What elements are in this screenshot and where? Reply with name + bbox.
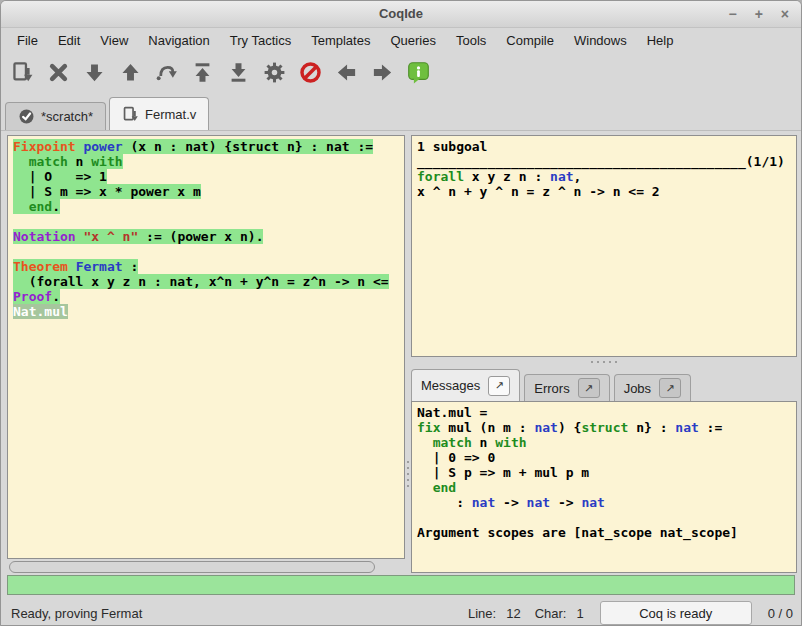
code-line: Argument scopes are [nat_scope nat_scope… bbox=[417, 525, 796, 540]
interrupt-icon[interactable] bbox=[299, 61, 322, 84]
menu-queries[interactable]: Queries bbox=[380, 30, 446, 51]
detach-panel-button[interactable]: ↗ bbox=[659, 378, 681, 398]
menu-compile[interactable]: Compile bbox=[496, 30, 564, 51]
code-line: x ^ n + y ^ n = z ^ n -> n <= 2 bbox=[417, 184, 796, 199]
forward-one-icon[interactable] bbox=[83, 61, 106, 84]
code-line: end. bbox=[13, 199, 404, 214]
tab-jobs[interactable]: Jobs↗ bbox=[614, 374, 691, 401]
code-line: 1 subgoal bbox=[417, 139, 796, 154]
close-button[interactable]: × bbox=[781, 7, 789, 21]
menu-file[interactable]: File bbox=[7, 30, 48, 51]
code-line: fix mul (n m : nat) {struct n} : nat := bbox=[417, 420, 796, 435]
document-tab-bar: *scratch*Fermat.v bbox=[1, 92, 801, 131]
code-line: | O => 1 bbox=[13, 169, 404, 184]
toolbar bbox=[1, 52, 801, 92]
tab-label: Fermat.v bbox=[145, 107, 196, 122]
tab-fermat-v[interactable]: Fermat.v bbox=[109, 97, 209, 130]
message-tab-bar: Messages↗Errors↗Jobs↗ bbox=[411, 367, 797, 401]
go-to-end-icon[interactable] bbox=[227, 61, 250, 84]
save-icon[interactable] bbox=[11, 61, 34, 84]
menu-view[interactable]: View bbox=[90, 30, 138, 51]
about-icon[interactable] bbox=[407, 61, 430, 84]
window-title: CoqIde bbox=[1, 1, 801, 27]
menu-bar: FileEditViewNavigationTry TacticsTemplat… bbox=[1, 28, 801, 52]
main-area: Fixpoint power (x n : nat) {struct n} : … bbox=[1, 131, 801, 626]
messages-panel[interactable]: Nat.mul =fix mul (n m : nat) {struct n} … bbox=[411, 401, 797, 573]
goals-panel[interactable]: 1 subgoal_______________________________… bbox=[411, 135, 797, 357]
gear-icon[interactable] bbox=[263, 61, 286, 84]
scrollbar-thumb[interactable] bbox=[9, 561, 375, 573]
title-bar[interactable]: CoqIde − + × bbox=[1, 1, 801, 28]
jobs-counter: 0 / 0 bbox=[768, 606, 793, 621]
tab-label: *scratch* bbox=[41, 109, 93, 124]
code-line: forall x y z n : nat, bbox=[417, 169, 796, 184]
tab-label: Messages bbox=[421, 378, 480, 393]
code-line bbox=[417, 510, 796, 525]
check-circle-icon bbox=[18, 108, 35, 125]
code-line: match n with bbox=[13, 154, 404, 169]
restart-icon[interactable] bbox=[191, 61, 214, 84]
code-line: (forall x y z n : nat, x^n + y^n = z^n -… bbox=[13, 274, 404, 289]
progress-bar bbox=[7, 575, 795, 595]
forward-icon[interactable] bbox=[371, 61, 394, 84]
tab-label: Errors bbox=[534, 381, 569, 396]
go-to-cursor-icon[interactable] bbox=[155, 61, 178, 84]
code-line: Nat.mul bbox=[13, 304, 404, 319]
status-bar: Ready, proving Fermat Line: 12 Char: 1 C… bbox=[1, 599, 802, 626]
minimize-button[interactable]: − bbox=[728, 7, 736, 21]
char-label: Char: bbox=[535, 606, 567, 621]
code-line: : nat -> nat -> nat bbox=[417, 495, 796, 510]
line-label: Line: bbox=[468, 606, 496, 621]
code-line bbox=[13, 214, 404, 229]
code-line: | S p => m + mul p m bbox=[417, 465, 796, 480]
code-line: | S m => x * power x m bbox=[13, 184, 404, 199]
menu-edit[interactable]: Edit bbox=[48, 30, 90, 51]
menu-try-tactics[interactable]: Try Tactics bbox=[220, 30, 301, 51]
menu-help[interactable]: Help bbox=[637, 30, 684, 51]
maximize-button[interactable]: + bbox=[755, 7, 763, 21]
code-line: | 0 => 0 bbox=[417, 450, 796, 465]
menu-windows[interactable]: Windows bbox=[564, 30, 637, 51]
menu-navigation[interactable]: Navigation bbox=[138, 30, 219, 51]
code-line: Nat.mul = bbox=[417, 405, 796, 420]
save-icon bbox=[122, 106, 139, 123]
status-text: Ready, proving Fermat bbox=[11, 606, 454, 621]
backward-one-icon[interactable] bbox=[119, 61, 142, 84]
code-line: Proof. bbox=[13, 289, 404, 304]
menu-tools[interactable]: Tools bbox=[446, 30, 496, 51]
code-line: ________________________________________… bbox=[417, 154, 796, 169]
code-line: Fixpoint power (x n : nat) {struct n} : … bbox=[13, 139, 404, 154]
code-line: match n with bbox=[417, 435, 796, 450]
line-value: 12 bbox=[506, 606, 520, 621]
tab-scratch[interactable]: *scratch* bbox=[5, 102, 106, 130]
vertical-splitter-handle[interactable] bbox=[406, 461, 410, 487]
code-line: Theorem Fermat : bbox=[13, 259, 404, 274]
char-value: 1 bbox=[576, 606, 583, 621]
tab-messages[interactable]: Messages↗ bbox=[411, 369, 520, 401]
code-line: Notation "x ^ n" := (power x n). bbox=[13, 229, 404, 244]
coqide-window: CoqIde − + × FileEditViewNavigationTry T… bbox=[0, 0, 802, 626]
detach-panel-button[interactable]: ↗ bbox=[578, 378, 600, 398]
tab-label: Jobs bbox=[624, 381, 651, 396]
code-line bbox=[13, 244, 404, 259]
tab-errors[interactable]: Errors↗ bbox=[524, 374, 609, 401]
back-icon[interactable] bbox=[335, 61, 358, 84]
coq-status-button[interactable]: Coq is ready bbox=[600, 601, 752, 625]
horizontal-scrollbar[interactable] bbox=[7, 561, 405, 574]
menu-templates[interactable]: Templates bbox=[301, 30, 380, 51]
script-editor[interactable]: Fixpoint power (x n : nat) {struct n} : … bbox=[7, 135, 405, 559]
horizontal-splitter-handle[interactable] bbox=[411, 358, 797, 366]
code-line: end bbox=[417, 480, 796, 495]
close-x-icon[interactable] bbox=[47, 61, 70, 84]
detach-panel-button[interactable]: ↗ bbox=[488, 376, 510, 396]
